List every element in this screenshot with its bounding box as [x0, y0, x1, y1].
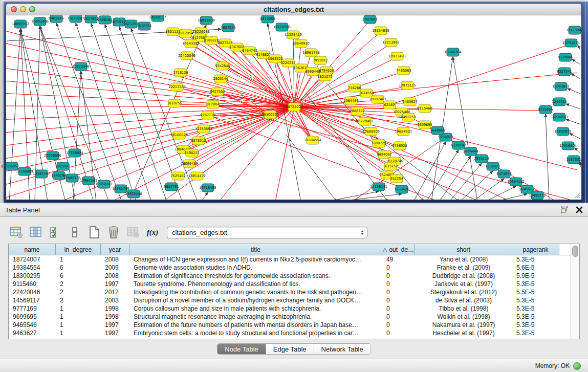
- graph-node[interactable]: 10688809: [362, 127, 380, 136]
- graph-node[interactable]: 1527602: [83, 15, 98, 23]
- graph-node[interactable]: 7485063: [396, 67, 411, 75]
- table-row[interactable]: 969969511998Structural magnetic resonanc…: [9, 313, 571, 321]
- graph-node[interactable]: 14055712: [12, 20, 29, 28]
- graph-node[interactable]: 7886372: [350, 107, 364, 115]
- graph-node[interactable]: 17957253: [80, 177, 97, 185]
- graph-node[interactable]: 1640955: [430, 126, 445, 135]
- graph-node[interactable]: 7857224: [221, 24, 235, 32]
- graph-node[interactable]: 9756928: [392, 142, 407, 150]
- graph-node[interactable]: 12505135: [63, 174, 81, 182]
- table-row[interactable]: 1938455462009Genome-wide association stu…: [9, 264, 571, 272]
- graph-node[interactable]: 1810755: [167, 99, 182, 107]
- graph-node[interactable]: 9465546: [49, 15, 63, 23]
- tab-edge-table[interactable]: Edge Table: [266, 344, 314, 354]
- graph-node[interactable]: 8471676: [496, 170, 511, 178]
- graph-node[interactable]: 12213383: [168, 83, 186, 91]
- table-select-dropdown[interactable]: citations_edges.txt: [167, 227, 367, 238]
- graph-node[interactable]: 9115460: [417, 104, 432, 113]
- network-window-titlebar[interactable]: citations_edges.txt: [6, 4, 581, 15]
- graph-node[interactable]: 7516351: [137, 22, 151, 30]
- graph-node[interactable]: 10653287: [67, 15, 84, 23]
- graph-node[interactable]: 1167531: [566, 156, 581, 164]
- column-header-name[interactable]: name: [9, 244, 56, 255]
- graph-node[interactable]: 1733426: [394, 185, 409, 193]
- table-row[interactable]: 911546021997Tourette syndrome. Phenomeno…: [9, 280, 571, 288]
- column-header-year[interactable]: year: [101, 244, 129, 255]
- table-row[interactable]: 946362711997Embryonic stem cells: a mode…: [9, 329, 571, 337]
- column-visibility-icon[interactable]: [29, 225, 43, 239]
- graph-node[interactable]: 12342757: [33, 170, 50, 178]
- graph-node[interactable]: 8215955: [538, 105, 553, 114]
- graph-node[interactable]: 16210643: [551, 113, 568, 121]
- graph-node[interactable]: 12923448: [125, 190, 142, 198]
- graph-node[interactable]: 9975887: [55, 162, 70, 170]
- graph-node[interactable]: 19166829: [170, 131, 188, 139]
- graph-node[interactable]: 15932971: [554, 127, 572, 136]
- graph-node[interactable]: 7955812: [313, 56, 328, 64]
- graph-node[interactable]: 2803144: [213, 75, 228, 83]
- graph-node[interactable]: 19384554: [304, 136, 321, 144]
- graph-node[interactable]: 16543382: [182, 39, 200, 48]
- table-row[interactable]: 1830029562008Estimation of significance …: [9, 272, 571, 280]
- delete-table-icon[interactable]: [106, 225, 121, 239]
- graph-node[interactable]: 16961758: [302, 49, 320, 57]
- select-all-icon[interactable]: [48, 225, 62, 239]
- column-header-pagerank[interactable]: pagerank: [512, 244, 559, 255]
- graph-node[interactable]: 9495759: [401, 113, 416, 121]
- graph-node[interactable]: 17016504: [559, 142, 577, 150]
- graph-node[interactable]: 12353593: [195, 125, 212, 133]
- memory-status-indicator[interactable]: [573, 362, 581, 370]
- graph-node[interactable]: 14136141: [370, 183, 387, 191]
- graph-node[interactable]: 17359924: [66, 149, 83, 157]
- scrollbar-thumb[interactable]: [572, 246, 578, 257]
- tab-network-table[interactable]: Network Table: [314, 344, 371, 354]
- graph-node[interactable]: 10973493: [388, 52, 406, 60]
- graph-node[interactable]: 9227341: [557, 68, 572, 76]
- clear-selection-icon[interactable]: [68, 225, 82, 239]
- graph-node[interactable]: 16033809: [198, 16, 215, 25]
- graph-node[interactable]: 19654923: [395, 127, 412, 136]
- graph-node[interactable]: 8427552: [210, 87, 225, 96]
- graph-node[interactable]: 20891406: [31, 17, 49, 26]
- graph-node[interactable]: 14569117: [149, 15, 166, 21]
- graph-node[interactable]: 9463627: [402, 98, 417, 106]
- graph-node[interactable]: 12093872: [552, 82, 570, 91]
- graph-node[interactable]: 18724007: [286, 103, 303, 111]
- graph-node[interactable]: 19218596: [273, 23, 291, 31]
- graph-node[interactable]: 2087682: [362, 15, 377, 24]
- import-table-icon[interactable]: [126, 225, 140, 239]
- graph-node[interactable]: 1364486: [343, 97, 358, 105]
- splitter-collapse-handle[interactable]: [1, 164, 3, 168]
- graph-node[interactable]: 16154838: [372, 27, 389, 35]
- table-row[interactable]: 977716911998Corpus callosum shape and si…: [9, 304, 571, 313]
- graph-node[interactable]: 9129966: [558, 53, 573, 61]
- graph-node[interactable]: 252254: [390, 174, 403, 183]
- graph-node[interactable]: 19958187: [95, 180, 113, 188]
- column-header-short[interactable]: short: [415, 244, 512, 255]
- graph-node[interactable]: 9474444: [463, 147, 478, 156]
- graph-node[interactable]: 1244413: [552, 98, 567, 106]
- table-row[interactable]: 946554611997Estimation of the future num…: [9, 321, 571, 329]
- table-row[interactable]: 1872400712008Changes of HCN gene express…: [9, 255, 571, 264]
- graph-node[interactable]: 2718126: [173, 69, 188, 77]
- graph-node[interactable]: 1880729: [371, 139, 386, 147]
- graph-node[interactable]: 1621072: [317, 73, 332, 81]
- graph-node[interactable]: 16099489: [181, 160, 198, 168]
- float-panel-icon[interactable]: [560, 206, 569, 214]
- graph-node[interactable]: 8454743: [242, 47, 257, 55]
- graph-node[interactable]: 1615152: [383, 162, 398, 170]
- network-canvas[interactable]: 1872400714055712208914069465546106532871…: [6, 15, 581, 200]
- graph-node[interactable]: 15720407: [356, 117, 374, 125]
- graph-node[interactable]: 20153346: [72, 62, 90, 71]
- table-row[interactable]: 2242004622012Investigating the contribut…: [9, 288, 571, 296]
- graph-node[interactable]: 16648784: [444, 48, 462, 56]
- graph-node[interactable]: 8186328: [204, 36, 219, 45]
- table-settings-icon[interactable]: [9, 225, 24, 239]
- graph-node[interactable]: 9699695: [417, 121, 432, 129]
- graph-node[interactable]: 19718485: [199, 184, 216, 192]
- graph-node[interactable]: 9242844: [215, 62, 230, 70]
- graph-node[interactable]: 7625402: [170, 172, 185, 180]
- graph-node[interactable]: 9857791: [164, 183, 179, 191]
- function-builder-icon[interactable]: f(x): [145, 225, 160, 239]
- table-vertical-scrollbar[interactable]: [571, 244, 579, 339]
